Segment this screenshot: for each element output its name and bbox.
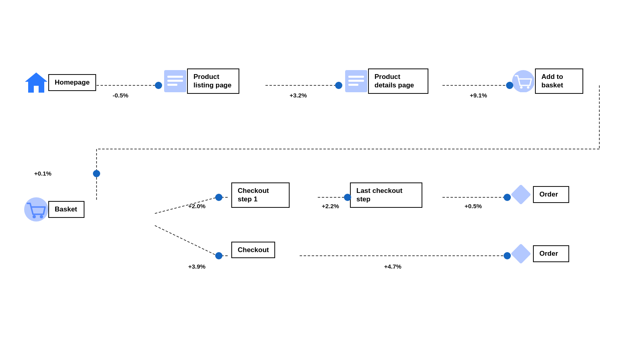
home-icon [24, 70, 48, 95]
product-listing-box: Productlisting page [187, 68, 239, 94]
order2-node: Order [509, 242, 569, 266]
svg-rect-20 [348, 76, 364, 78]
dot-hp-plp [155, 82, 162, 89]
basket-box: Basket [48, 201, 84, 217]
svg-rect-22 [348, 84, 358, 86]
product-details-node: Productdetails page [344, 68, 428, 94]
product-details-box: Productdetails page [368, 68, 428, 94]
cart-icon-1 [511, 69, 535, 93]
order1-node: Order [509, 182, 569, 207]
pct-lcs-order1: +0.5% [465, 203, 482, 209]
svg-point-27 [33, 215, 36, 218]
list-icon-1 [163, 69, 187, 93]
pct-basket-back: +0.1% [34, 170, 51, 177]
svg-marker-14 [25, 72, 47, 93]
pct-hp-plp: -0.5% [113, 92, 128, 99]
checkout-step1-node: Checkoutstep 1 [231, 182, 290, 208]
dot-return [93, 170, 100, 177]
dot-basket-cs1 [215, 194, 222, 201]
last-checkout-node: Last checkoutstep [350, 182, 422, 208]
list-icon-2 [344, 69, 368, 93]
dot-lcs-order1 [504, 194, 511, 201]
svg-rect-29 [511, 184, 531, 205]
checkout-box: Checkout [231, 242, 275, 258]
svg-point-24 [520, 86, 523, 89]
svg-rect-17 [167, 80, 183, 82]
diamond-icon-2 [509, 242, 533, 266]
basket-node: Basket [24, 197, 84, 222]
last-checkout-box: Last checkoutstep [350, 182, 422, 208]
dot-basket-checkout [215, 252, 222, 259]
checkout-step1-box: Checkoutstep 1 [231, 182, 290, 208]
add-to-basket-node: Add tobasket [511, 68, 583, 94]
svg-line-6 [155, 197, 217, 213]
dot-pdp-atb [506, 82, 513, 89]
cart-icon-2 [24, 197, 48, 222]
svg-line-10 [155, 226, 217, 256]
pct-basket-checkout: +3.9% [188, 263, 206, 270]
dot-plp-pdp [335, 82, 342, 89]
svg-rect-18 [167, 84, 177, 86]
dot-checkout-order2 [504, 252, 511, 259]
svg-point-25 [527, 86, 529, 89]
pct-plp-pdp: +3.2% [290, 92, 307, 99]
add-to-basket-box: Add tobasket [535, 68, 583, 94]
homepage-box: Homepage [48, 74, 96, 91]
svg-rect-21 [348, 80, 364, 82]
checkout-node: Checkout [231, 242, 275, 258]
product-listing-node: Productlisting page [163, 68, 239, 94]
svg-rect-16 [167, 76, 183, 78]
svg-point-28 [40, 215, 43, 218]
pct-cs1-lcs: +2.2% [322, 203, 339, 209]
homepage-node: Homepage [24, 70, 96, 95]
diagram-container: Homepage Productlisting page Productdeta… [0, 0, 644, 352]
pct-pdp-atb: +9.1% [470, 92, 487, 99]
order1-box: Order [533, 186, 569, 203]
order2-box: Order [533, 245, 569, 262]
diamond-icon-1 [509, 182, 533, 207]
pct-basket-cs1: +2.0% [188, 203, 206, 209]
pct-checkout-order2: +4.7% [384, 263, 401, 270]
dot-cs1-lcs [344, 194, 351, 201]
svg-rect-30 [511, 244, 531, 264]
